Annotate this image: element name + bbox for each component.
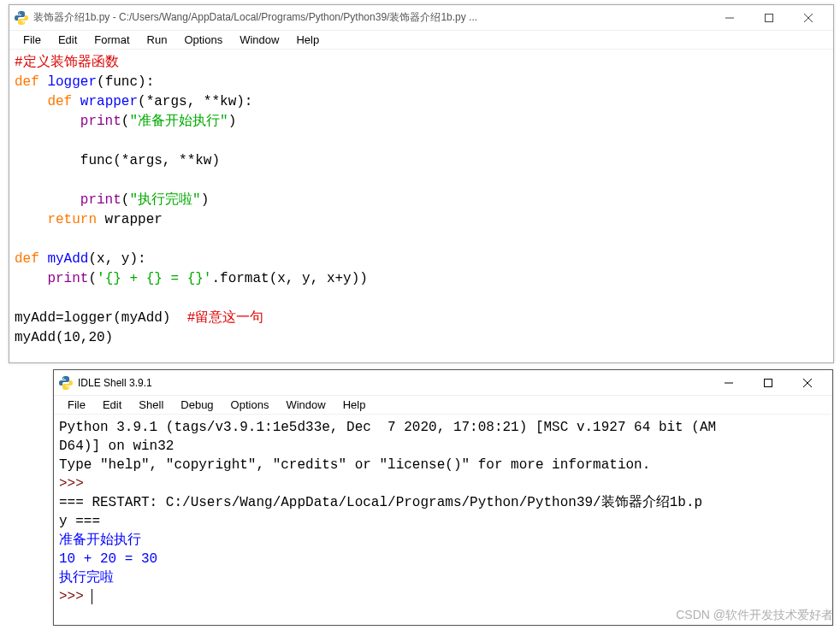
shell-banner: Python 3.9.1 (tags/v3.9.1:1e5d33e, Dec 7… (59, 420, 716, 435)
close-button[interactable] (789, 6, 828, 30)
menu-options[interactable]: Options (175, 32, 231, 48)
code-keyword: def (15, 74, 39, 90)
menu-window[interactable]: Window (277, 397, 334, 413)
menu-options[interactable]: Options (222, 397, 278, 413)
svg-point-0 (19, 12, 20, 13)
shell-prompt: >>> (59, 476, 84, 492)
python-icon (59, 376, 73, 390)
code-comment: #定义装饰器函数 (15, 55, 119, 70)
menu-format[interactable]: Format (86, 32, 138, 48)
svg-point-7 (68, 386, 68, 387)
code-keyword: def (47, 94, 72, 109)
editor-window-controls (710, 6, 828, 30)
code-funcname: wrapper (72, 94, 138, 109)
shell-titlebar[interactable]: IDLE Shell 3.9.1 (54, 370, 832, 396)
code-indent (15, 114, 80, 129)
code-text: (*args, **kw): (138, 94, 252, 109)
code-builtin: print (80, 192, 121, 208)
code-text: ) (228, 114, 237, 129)
code-builtin: print (80, 114, 121, 129)
code-text: myAdd=logger(myAdd) (15, 310, 187, 326)
code-text: wrapper (97, 212, 163, 227)
svg-rect-9 (765, 379, 772, 386)
code-text: ( (121, 192, 130, 208)
code-text: (x, y): (88, 251, 145, 267)
menu-help[interactable]: Help (287, 32, 328, 48)
menu-file[interactable]: File (59, 397, 94, 413)
menu-edit[interactable]: Edit (94, 397, 130, 413)
menu-window[interactable]: Window (231, 32, 287, 48)
code-funcname: logger (39, 74, 97, 90)
code-string: '{} + {} = {}' (97, 271, 211, 286)
code-indent (15, 192, 80, 208)
minimize-button[interactable] (710, 6, 749, 30)
shell-prompt: >>> (59, 589, 84, 604)
menu-help[interactable]: Help (334, 397, 375, 413)
code-funcname: myAdd (39, 251, 89, 267)
editor-menubar: File Edit Format Run Options Window Help (9, 31, 833, 50)
shell-window-controls (709, 371, 827, 395)
shell-output-area[interactable]: Python 3.9.1 (tags/v3.9.1:1e5d33e, Dec 7… (54, 415, 832, 609)
menu-file[interactable]: File (15, 32, 50, 48)
code-string: "执行完啦" (129, 192, 200, 208)
code-string: "准备开始执行" (129, 114, 228, 129)
editor-titlebar[interactable]: 装饰器介绍1b.py - C:/Users/Wang/AppData/Local… (9, 5, 833, 31)
maximize-button[interactable] (748, 371, 788, 395)
code-indent (15, 94, 47, 109)
close-button[interactable] (788, 371, 827, 395)
shell-output: 执行完啦 (59, 570, 114, 586)
menu-edit[interactable]: Edit (50, 32, 86, 48)
editor-window: 装饰器介绍1b.py - C:/Users/Wang/AppData/Local… (9, 4, 834, 363)
editor-code-area[interactable]: #定义装饰器函数 def logger(func): def wrapper(*… (9, 50, 833, 351)
watermark: CSDN @软件开发技术爱好者 (676, 608, 833, 623)
menu-debug[interactable]: Debug (172, 397, 222, 413)
python-icon (15, 11, 28, 25)
menu-run[interactable]: Run (139, 32, 176, 48)
code-text: myAdd(10,20) (15, 330, 113, 345)
shell-title: IDLE Shell 3.9.1 (78, 377, 709, 389)
code-comment: #留意这一句 (187, 310, 264, 326)
editor-title: 装饰器介绍1b.py - C:/Users/Wang/AppData/Local… (33, 10, 710, 25)
code-indent (15, 153, 80, 168)
shell-restart: y === (59, 514, 100, 529)
shell-banner: Type "help", "copyright", "credits" or "… (59, 457, 650, 473)
code-indent (15, 271, 47, 286)
code-text: func(*args, **kw) (80, 153, 220, 168)
code-text: .format(x, y, x+y)) (211, 271, 367, 286)
code-keyword: def (15, 251, 39, 267)
menu-shell[interactable]: Shell (130, 397, 172, 413)
maximize-button[interactable] (749, 6, 789, 30)
code-text: ( (88, 271, 97, 286)
code-text: ( (121, 114, 130, 129)
code-indent (15, 212, 47, 227)
shell-output: 10 + 20 = 30 (59, 551, 157, 567)
shell-banner: D64)] on win32 (59, 439, 174, 454)
code-text: ) (201, 192, 210, 208)
shell-restart: === RESTART: C:/Users/Wang/AppData/Local… (59, 495, 702, 510)
shell-menubar: File Edit Shell Debug Options Window Hel… (54, 396, 832, 415)
text-cursor (92, 589, 92, 604)
code-text: (func): (97, 74, 154, 90)
code-keyword: return (47, 212, 97, 227)
svg-point-6 (63, 377, 64, 378)
shell-output: 准备开始执行 (59, 533, 141, 548)
minimize-button[interactable] (709, 371, 748, 395)
svg-point-1 (23, 21, 24, 22)
svg-rect-3 (766, 14, 773, 21)
shell-window: IDLE Shell 3.9.1 File Edit Shell Debug O… (53, 369, 833, 626)
code-builtin: print (47, 271, 88, 286)
